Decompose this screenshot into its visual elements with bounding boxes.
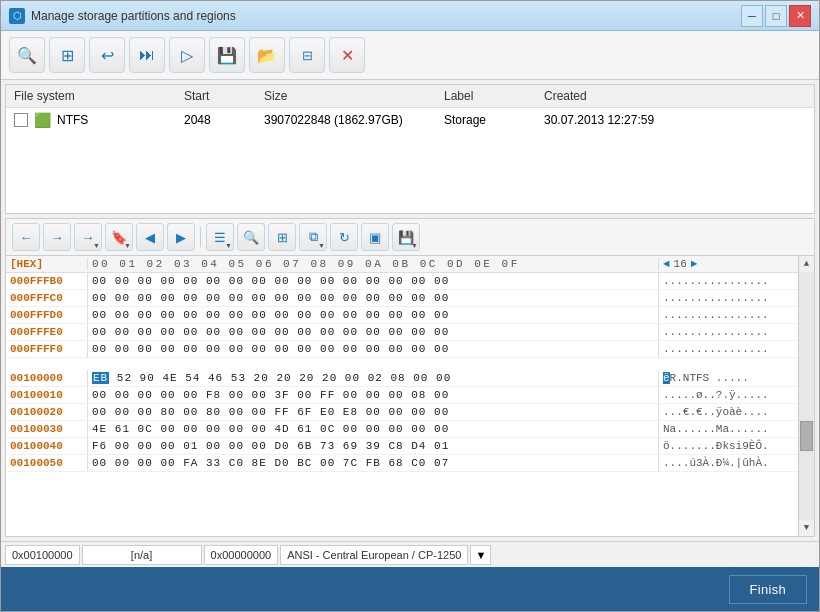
col-filesystem: File system (14, 89, 184, 103)
back-rotate-button[interactable]: ↩ (89, 37, 125, 73)
window-title: Manage storage partitions and regions (31, 9, 236, 23)
hex-addr-fffe0: 000FFFE0 (6, 324, 88, 340)
hex-ascii-100040: ö.......Ðksi9ÈÔ. (658, 438, 798, 454)
hex-row-fffb0: 000FFFB0 00 00 00 00 00 00 00 00 00 00 0… (6, 273, 798, 290)
hex-row-100000: 00100000 EB 52 90 4E 54 46 53 20 20 20 2… (6, 370, 798, 387)
status-offset: 0x00100000 (5, 545, 80, 565)
hex-addr-fffb0: 000FFFB0 (6, 273, 88, 289)
row-checkbox[interactable] (14, 113, 28, 127)
hex-ascii-100030: Na......Ma...... (658, 421, 798, 437)
hex-bytes-fffe0[interactable]: 00 00 00 00 00 00 00 00 00 00 00 00 00 0… (88, 324, 658, 340)
hex-row-100030: 00100030 4E 61 0C 00 00 00 00 00 4D 61 0… (6, 421, 798, 438)
label-value: Storage (444, 113, 544, 127)
hex-ascii-header: ◄ 16 ► (658, 258, 798, 270)
folder-open-button[interactable]: 📂 (249, 37, 285, 73)
hex-main: [HEX] 00 01 02 03 04 05 06 07 08 09 0A 0… (6, 256, 798, 536)
scroll-thumb[interactable] (800, 421, 813, 451)
hex-ascii-100020: ...€.€..ÿoàè.... (658, 404, 798, 420)
hex-addr-100030: 00100030 (6, 421, 88, 437)
hex-bookmark-button[interactable]: 🔖▼ (105, 223, 133, 251)
hex-search-button[interactable]: 🔍 (237, 223, 265, 251)
hex-row-fffd0: 000FFFD0 00 00 00 00 00 00 00 00 00 00 0… (6, 307, 798, 324)
hex-ascii-fffe0: ................ (658, 324, 798, 340)
hex-forward-button[interactable]: → (43, 223, 71, 251)
skip-forward-button[interactable]: ⏭ (129, 37, 165, 73)
partition-table: File system Start Size Label Created 🟩 N… (5, 84, 815, 214)
hex-save-button[interactable]: 💾▼ (392, 223, 420, 251)
search-tool-button[interactable]: 🔍 (9, 37, 45, 73)
finish-button[interactable]: Finish (729, 575, 807, 604)
highlighted-ascii: ë (663, 372, 670, 384)
toolbar-separator-1 (200, 227, 201, 247)
save-button[interactable]: 💾 (209, 37, 245, 73)
page-number: 16 (674, 258, 687, 270)
top-toolbar: 🔍 ⊞ ↩ ⏭ ▷ 💾 📂 ⊟ ✕ (1, 31, 819, 80)
hex-row-fffe0: 000FFFE0 00 00 00 00 00 00 00 00 00 00 0… (6, 324, 798, 341)
hex-addr-100000: 00100000 (6, 370, 88, 386)
title-bar-left: ⬡ Manage storage partitions and regions (9, 8, 236, 24)
encoding-label: ANSI - Central European / CP-1250 (287, 549, 461, 561)
hex-addr-ffff0: 000FFFF0 (6, 341, 88, 357)
title-bar: ⬡ Manage storage partitions and regions … (1, 1, 819, 31)
col-label: Label (444, 89, 544, 103)
encoding-dropdown[interactable]: ▼ (470, 545, 491, 565)
col-created: Created (544, 89, 806, 103)
partition-row[interactable]: 🟩 NTFS 2048 3907022848 (1862.97GB) Stora… (6, 108, 814, 132)
maximize-button[interactable]: □ (765, 5, 787, 27)
hex-addr-100010: 00100010 (6, 387, 88, 403)
hex-addr-100020: 00100020 (6, 404, 88, 420)
status-bar: 0x00100000 [n/a] 0x00000000 ANSI - Centr… (1, 541, 819, 567)
hex-type-label: [HEX] (6, 258, 88, 270)
status-encoding: ANSI - Central European / CP-1250 (280, 545, 468, 565)
hex-addr-100050: 00100050 (6, 455, 88, 471)
hex-bytes-100030[interactable]: 4E 61 0C 00 00 00 00 00 4D 61 0C 00 00 0… (88, 421, 658, 437)
col-size: Size (264, 89, 444, 103)
close-tool-button[interactable]: ✕ (329, 37, 365, 73)
hex-byte-offsets: 00 01 02 03 04 05 06 07 08 09 0A 0B 0C 0… (88, 258, 658, 270)
hex-refresh-button[interactable]: ↻ (330, 223, 358, 251)
hex-list-button[interactable]: ☰▼ (206, 223, 234, 251)
app-icon: ⬡ (9, 8, 25, 24)
hex-copy-button[interactable]: ⧉▼ (299, 223, 327, 251)
page-prev-arrow[interactable]: ◄ (663, 258, 670, 270)
hex-bytes-100010[interactable]: 00 00 00 00 00 F8 00 00 3F 00 FF 00 00 0… (88, 387, 658, 403)
hex-bytes-fffc0[interactable]: 00 00 00 00 00 00 00 00 00 00 00 00 00 0… (88, 290, 658, 306)
hex-bytes-fffd0[interactable]: 00 00 00 00 00 00 00 00 00 00 00 00 00 0… (88, 307, 658, 323)
partitions-button[interactable]: ⊟ (289, 37, 325, 73)
hex-ascii-100050: ....ú3À.Ð¼.|ûhÀ. (658, 455, 798, 471)
page-next-arrow[interactable]: ► (691, 258, 698, 270)
hex-bytes-ffff0[interactable]: 00 00 00 00 00 00 00 00 00 00 00 00 00 0… (88, 341, 658, 357)
hex-display-button[interactable]: ▣ (361, 223, 389, 251)
hex-row-100050: 00100050 00 00 00 00 FA 33 C0 8E D0 BC 0… (6, 455, 798, 472)
hex-ascii-100010: .....ø..?.ÿ..... (658, 387, 798, 403)
hex-bytes-100050[interactable]: 00 00 00 00 FA 33 C0 8E D0 BC 00 7C FB 6… (88, 455, 658, 471)
title-bar-buttons: ─ □ ✕ (741, 5, 811, 27)
play-button[interactable]: ▷ (169, 37, 205, 73)
hex-bytes-fffb0[interactable]: 00 00 00 00 00 00 00 00 00 00 00 00 00 0… (88, 273, 658, 289)
hex-bytes-100000[interactable]: EB 52 90 4E 54 46 53 20 20 20 20 00 02 0… (88, 370, 658, 386)
hex-ascii-fffd0: ................ (658, 307, 798, 323)
status-value: [n/a] (82, 545, 202, 565)
scroll-up-arrow[interactable]: ▲ (799, 256, 815, 272)
close-button[interactable]: ✕ (789, 5, 811, 27)
hex-left-nav-button[interactable]: ◀ (136, 223, 164, 251)
hex-forward-dropdown-button[interactable]: →▼ (74, 223, 102, 251)
hex-bytes-100020[interactable]: 00 00 00 80 00 80 00 00 FF 6F E0 E8 00 0… (88, 404, 658, 420)
main-window: ⬡ Manage storage partitions and regions … (0, 0, 820, 612)
minimize-button[interactable]: ─ (741, 5, 763, 27)
hex-gap (6, 358, 798, 370)
hex-scrollbar: ▲ ▼ (798, 256, 814, 536)
hex-back-button[interactable]: ← (12, 223, 40, 251)
hex-row-100010: 00100010 00 00 00 00 00 F8 00 00 3F 00 F… (6, 387, 798, 404)
hex-grid-button[interactable]: ⊞ (268, 223, 296, 251)
created-value: 30.07.2013 12:27:59 (544, 113, 806, 127)
hex-addr-fffc0: 000FFFC0 (6, 290, 88, 306)
hex-bytes-100040[interactable]: F6 00 00 00 01 00 00 00 D0 6B 73 69 39 C… (88, 438, 658, 454)
hex-ascii-ffff0: ................ (658, 341, 798, 357)
grid-tool-button[interactable]: ⊞ (49, 37, 85, 73)
hex-right-nav-button[interactable]: ▶ (167, 223, 195, 251)
scroll-down-arrow[interactable]: ▼ (799, 520, 815, 536)
hex-ascii-100000: ëR.NTFS ..... (658, 370, 798, 386)
scroll-track[interactable] (799, 272, 814, 520)
page-indicator: ◄ 16 ► (663, 258, 697, 270)
